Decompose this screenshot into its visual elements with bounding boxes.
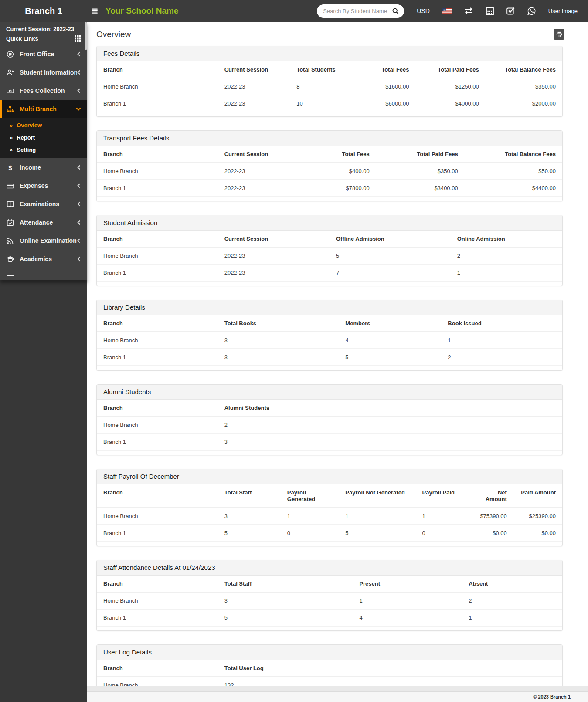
- cell: 2022-23: [218, 180, 292, 197]
- cell: Home Branch: [97, 416, 218, 433]
- cell: 3: [218, 592, 353, 609]
- column-header: Total Paid Fees: [416, 61, 486, 78]
- sidebar-item-front-office[interactable]: Front Office: [0, 45, 87, 63]
- cell: 8: [290, 78, 350, 95]
- attendance-icon: [7, 219, 14, 226]
- sidebar-item-label: Attendance: [20, 219, 77, 226]
- cell: 7: [330, 264, 451, 281]
- card-fees-details: Fees DetailsBranchCurrent SessionTotal S…: [96, 46, 563, 117]
- table-header-row: BranchTotal User Log: [97, 660, 562, 677]
- cell: $1600.00: [350, 78, 416, 95]
- cell: $6000.00: [350, 95, 416, 112]
- cell: 2022-23: [218, 163, 292, 180]
- card-student-admission: Student AdmissionBranchCurrent SessionOf…: [96, 215, 563, 286]
- search-icon[interactable]: [392, 8, 399, 14]
- tasks-icon[interactable]: [506, 7, 515, 15]
- topbar-actions: USD User Image: [317, 4, 588, 18]
- table-row: Branch 12022-23$7800.00$3400.00$4400.00: [97, 180, 562, 197]
- cell: 10: [290, 95, 350, 112]
- cell: Home Branch: [97, 677, 218, 686]
- sidebar-item-student-information[interactable]: Student Information: [0, 63, 87, 82]
- print-button[interactable]: [554, 29, 564, 40]
- sidebar-item-expenses[interactable]: Expenses: [0, 177, 87, 195]
- copyright-text: © 2023 Branch 1: [533, 694, 571, 699]
- cell: Home Branch: [97, 163, 218, 180]
- search-input[interactable]: [323, 8, 392, 14]
- card-title: Fees Details: [97, 46, 562, 61]
- table-row: Home Branch2022-23$400.00$350.00$50.00: [97, 163, 562, 180]
- cell: Home Branch: [97, 508, 218, 525]
- currency-selector[interactable]: USD: [417, 7, 430, 14]
- sidebar-item-academics[interactable]: Academics: [0, 250, 87, 268]
- cell: $4400.00: [465, 180, 562, 197]
- hamburger-icon[interactable]: [92, 8, 99, 14]
- column-header: Absent: [462, 576, 562, 592]
- sidebar-subitem-report[interactable]: »Report: [0, 131, 87, 143]
- card-title: User Log Details: [97, 645, 562, 660]
- us-flag-icon[interactable]: [442, 8, 452, 14]
- sidebar-nav: Front OfficeStudent InformationFees Coll…: [0, 45, 87, 280]
- cell: 2022-23: [218, 95, 290, 112]
- sidebar-item-more[interactable]: [0, 268, 87, 280]
- cell: $0.00: [513, 525, 562, 542]
- sidebar-item-attendance[interactable]: Attendance: [0, 213, 87, 232]
- sidebar-item-income[interactable]: $Income: [0, 158, 87, 177]
- table-row: Branch 12022-2310$6000.00$4000.00$2000.0…: [97, 95, 562, 112]
- column-header: Members: [339, 315, 441, 332]
- cell: Home Branch: [97, 592, 218, 609]
- card-title: Library Details: [97, 300, 562, 315]
- sidebar-item-fees-collection[interactable]: Fees Collection: [0, 82, 87, 100]
- column-header: Total Students: [290, 61, 350, 78]
- student-search-box[interactable]: [317, 4, 404, 18]
- quick-links[interactable]: Quick Links: [6, 35, 81, 42]
- sidebar-item-label: Front Office: [20, 51, 77, 58]
- data-table: BranchTotal StaffPresentAbsentHome Branc…: [97, 576, 562, 627]
- calendar-icon[interactable]: [486, 7, 494, 15]
- session-block: Current Session: 2022-23 Quick Links: [0, 22, 87, 45]
- column-header: Paid Amount: [513, 484, 562, 508]
- table-row: Home Branch341: [97, 332, 562, 349]
- cell: 3: [218, 349, 339, 366]
- table-row: Branch 1352: [97, 349, 562, 366]
- user-menu[interactable]: User Image: [548, 8, 578, 14]
- chat-icon[interactable]: [527, 7, 536, 15]
- table-row: Home Branch132: [97, 677, 562, 686]
- grid-icon[interactable]: [75, 35, 81, 42]
- quick-links-label: Quick Links: [6, 35, 38, 42]
- cell: Branch 1: [97, 180, 218, 197]
- income-icon: $: [7, 164, 14, 171]
- sidebar-item-examinations[interactable]: Examinations: [0, 195, 87, 213]
- sidebar-item-online-examinations[interactable]: Online Examinations: [0, 232, 87, 250]
- cell: 2022-23: [218, 78, 290, 95]
- cell: 132: [218, 677, 562, 686]
- card-title: Transport Fees Details: [97, 131, 562, 146]
- double-chevron-icon: »: [10, 122, 13, 129]
- page-title: Overview: [96, 30, 131, 39]
- card-title: Staff Attendance Details At 01/24/2023: [97, 560, 562, 576]
- sidebar-subitem-setting[interactable]: »Setting: [0, 143, 87, 156]
- transfer-icon[interactable]: [464, 7, 473, 14]
- column-header: Branch: [97, 576, 218, 592]
- cell: 3: [218, 433, 562, 450]
- column-header: Net Amount: [472, 484, 513, 508]
- chevron-left-icon: [77, 183, 81, 188]
- cell: Branch 1: [97, 95, 218, 112]
- cell: Home Branch: [97, 332, 218, 349]
- fees-collection-icon: [7, 87, 14, 95]
- table-header-row: BranchCurrent SessionTotal FeesTotal Pai…: [97, 146, 562, 163]
- data-table: BranchCurrent SessionOffline AdmissionOn…: [97, 231, 562, 282]
- sidebar-item-multi-branch[interactable]: Multi Branch: [0, 100, 87, 118]
- column-header: Branch: [97, 660, 218, 677]
- chevron-down-icon: [76, 107, 81, 111]
- academics-icon: [7, 256, 14, 263]
- card-title: Staff Payroll Of December: [97, 469, 562, 484]
- column-header: Total Balance Fees: [486, 61, 562, 78]
- sidebar-scrollbar[interactable]: [85, 22, 87, 50]
- column-header: Payroll Paid: [416, 484, 472, 508]
- sidebar-subitem-overview[interactable]: »Overview: [0, 119, 87, 131]
- column-header: Current Session: [218, 146, 292, 163]
- column-header: Total User Log: [218, 660, 562, 677]
- cell: 2: [218, 416, 562, 433]
- column-header: Total Staff: [218, 576, 353, 592]
- cell: 2: [462, 592, 562, 609]
